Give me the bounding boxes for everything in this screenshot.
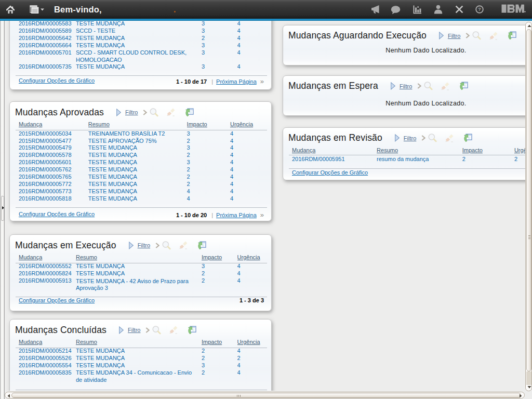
svg-text:?: ? [478,6,481,12]
